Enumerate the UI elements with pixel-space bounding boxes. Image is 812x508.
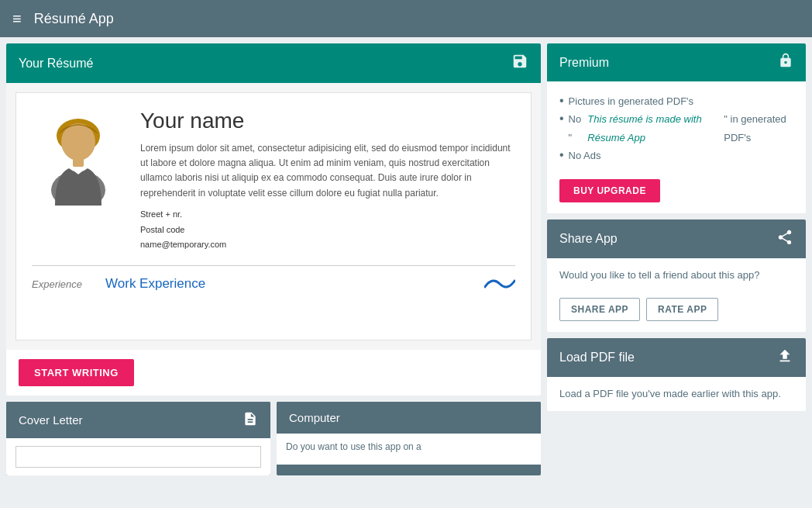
menu-icon[interactable]: ≡ [12, 10, 22, 28]
svg-rect-2 [73, 157, 84, 167]
section-label: Experience [32, 278, 82, 290]
left-panel: Your Résumé [6, 43, 541, 502]
section-title: Work Experience [105, 276, 205, 292]
svg-point-1 [61, 123, 95, 161]
cover-letter-card: Cover Letter [6, 402, 270, 475]
start-writing-button[interactable]: START WRITING [19, 359, 134, 386]
lock-icon [778, 53, 793, 72]
cover-letter-body [6, 438, 270, 475]
resume-preview: Your name Lorem ipsum dolor sit amet, co… [6, 83, 541, 350]
cover-letter-header: Cover Letter [6, 402, 270, 438]
share-icon [776, 229, 793, 249]
premium-title: Premium [559, 56, 609, 70]
load-pdf-header: Load PDF file [547, 338, 806, 377]
share-app-button[interactable]: SHARE APP [559, 298, 640, 321]
contact-street: Street + nr. [140, 207, 515, 223]
share-buttons: SHARE APP RATE APP [547, 292, 806, 332]
app-title: Résumé App [34, 11, 114, 27]
cover-letter-title: Cover Letter [19, 413, 83, 427]
premium-italic: This résumé is made with Résumé App [587, 110, 719, 147]
share-app-card: Share App Would you like to tell a frien… [547, 219, 806, 333]
premium-feature-1: Pictures in generated PDF's [559, 92, 793, 110]
resume-contact: Street + nr. Postal code name@temporary.… [140, 207, 515, 253]
computer-title: Computer [289, 411, 340, 424]
share-description: Would you like to tell a friend about th… [547, 258, 806, 292]
resume-info: Your name Lorem ipsum dolor sit amet, co… [140, 109, 515, 253]
rate-app-button[interactable]: RATE APP [646, 298, 718, 321]
save-icon[interactable] [511, 53, 528, 74]
load-pdf-title: Load PDF file [559, 351, 635, 365]
bottom-row: Cover Letter Computer Do you want to u [6, 402, 541, 475]
computer-card: Computer Do you want to use this app on … [277, 402, 541, 475]
topbar: ≡ Résumé App [0, 0, 812, 37]
your-resume-title: Your Résumé [19, 57, 93, 71]
resume-bottom: Experience Work Experience [32, 265, 515, 295]
premium-card: Premium Pictures in generated PDF's No "… [547, 43, 806, 213]
main-layout: Your Résumé [0, 37, 812, 508]
premium-feature-3: No Ads [559, 147, 793, 164]
computer-body: Do you want to use this app on a [277, 434, 541, 465]
resume-name: Your name [140, 109, 515, 133]
share-app-header: Share App [547, 219, 806, 258]
premium-feature-2: No "This résumé is made with Résumé App"… [559, 110, 793, 147]
load-pdf-description: Load a PDF file you've made earlier with… [547, 377, 806, 411]
resume-avatar [32, 109, 125, 209]
premium-features-list: Pictures in generated PDF's No "This rés… [547, 81, 806, 176]
contact-email: name@temporary.com [140, 237, 515, 253]
buy-upgrade-button[interactable]: BUY UPGRADE [559, 179, 660, 202]
cover-letter-icon [243, 411, 258, 429]
upload-icon [776, 347, 793, 368]
computer-description: Do you want to use this app on a [286, 441, 421, 452]
computer-header: Computer [277, 402, 541, 434]
right-panel: Premium Pictures in generated PDF's No "… [547, 43, 806, 502]
share-app-title: Share App [559, 232, 618, 246]
resume-top: Your name Lorem ipsum dolor sit amet, co… [32, 109, 515, 253]
your-resume-header: Your Résumé [6, 43, 541, 83]
resume-paper[interactable]: Your name Lorem ipsum dolor sit amet, co… [15, 92, 532, 340]
load-pdf-card: Load PDF file Load a PDF file you've mad… [547, 338, 806, 411]
contact-postal: Postal code [140, 223, 515, 238]
resume-body-text: Lorem ipsum dolor sit amet, consectetur … [140, 141, 515, 201]
cover-letter-input[interactable] [15, 446, 261, 468]
your-resume-card: Your Résumé [6, 43, 541, 396]
premium-header: Premium [547, 43, 806, 81]
